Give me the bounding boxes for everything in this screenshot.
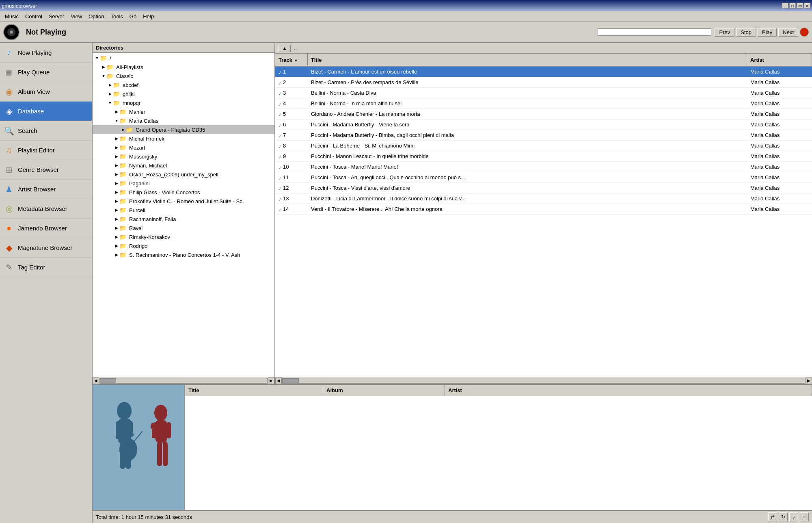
menu-item-control[interactable]: Control bbox=[22, 13, 45, 20]
track-number-cell: ♪8 bbox=[275, 143, 308, 149]
track-list[interactable]: ♪1Bizet - Carmen - L'amour est un oiseu … bbox=[275, 67, 812, 377]
status-icon-2[interactable]: ↻ bbox=[779, 512, 788, 521]
artist-column-header[interactable]: Artist bbox=[747, 54, 812, 66]
menu-item-server[interactable]: Server bbox=[45, 13, 67, 20]
directory-item[interactable]: ▶📁Oskar_Rózsa_(2009)-under_my_spell bbox=[93, 170, 274, 179]
track-row[interactable]: ♪1Bizet - Carmen - L'amour est un oiseu … bbox=[275, 67, 812, 77]
folder-icon: 📁 bbox=[119, 153, 127, 160]
status-icon-1[interactable]: ⇄ bbox=[768, 512, 777, 521]
directory-item[interactable]: ▶📁Philip Glass - Violin Concertos bbox=[93, 188, 274, 197]
track-row[interactable]: ♪6Puccini - Madama Butterfly - Viene la … bbox=[275, 119, 812, 130]
titlebar-restore-button[interactable]: □ bbox=[789, 3, 796, 9]
track-row[interactable]: ♪14Verdi - Il Trovatore - Miserere... Ah… bbox=[275, 204, 812, 215]
expand-arrow-icon: ▶ bbox=[101, 65, 106, 69]
track-horizontal-scrollbar[interactable]: ◀ ▶ bbox=[275, 377, 812, 384]
track-row[interactable]: ♪4Bellini - Norma - In mia man alfin tu … bbox=[275, 98, 812, 109]
sidebar-item-jamendo-browser[interactable]: ●Jamendo Browser bbox=[0, 219, 92, 238]
menu-item-go[interactable]: Go bbox=[126, 13, 140, 20]
track-row[interactable]: ♪3Bellini - Norma - Casta DivaMaria Call… bbox=[275, 88, 812, 98]
bottom-album-column[interactable]: Album bbox=[323, 385, 445, 396]
up-directory-button[interactable]: ▲ bbox=[279, 45, 291, 52]
directory-item[interactable]: ▶📁Michal Hromek bbox=[93, 134, 274, 143]
directory-scroll[interactable]: ▼📁/▶📁All-Playlists▼📁Classic▶📁abcdef▶📁ghi… bbox=[93, 53, 274, 377]
titlebar-maximize-button[interactable]: ▭ bbox=[797, 3, 803, 9]
sidebar-item-artist-browser[interactable]: ♟Artist Browser bbox=[0, 180, 92, 199]
menu-item-tools[interactable]: Tools bbox=[107, 13, 126, 20]
track-row[interactable]: ♪11Puccini - Tosca - Ah, quegli occi...Q… bbox=[275, 172, 812, 183]
stop-icon[interactable] bbox=[800, 28, 809, 37]
directory-item[interactable]: ▶📁Mahler bbox=[93, 107, 274, 116]
title-column-header[interactable]: Title bbox=[308, 54, 747, 66]
status-icon-4[interactable]: ≡ bbox=[800, 512, 809, 521]
svg-rect-16 bbox=[166, 422, 171, 438]
directory-item[interactable]: ▶📁ghijkl bbox=[93, 89, 274, 98]
track-row[interactable]: ♪8Puccini - La Bohème - Si. Mi chiamono … bbox=[275, 141, 812, 151]
titlebar-close-button[interactable]: ✕ bbox=[804, 3, 810, 9]
directory-item[interactable]: ▶📁Mozart bbox=[93, 143, 274, 152]
menu-item-help[interactable]: Help bbox=[140, 13, 157, 20]
directory-item[interactable]: ▶📁Rachmaninoff, Falla bbox=[93, 215, 274, 224]
sidebar-item-search[interactable]: 🔍Search bbox=[0, 121, 92, 141]
track-column-header[interactable]: Track ▲ bbox=[275, 54, 308, 66]
sidebar-item-play-queue[interactable]: ▦Play Queue bbox=[0, 63, 92, 82]
menu-item-view[interactable]: View bbox=[67, 13, 85, 20]
horizontal-scrollbar[interactable]: ◀ ▶ bbox=[93, 377, 274, 384]
directory-item[interactable]: ▼📁/ bbox=[93, 54, 274, 63]
horizontal-scroll-thumb[interactable] bbox=[100, 378, 116, 383]
menu-item-option[interactable]: Option bbox=[85, 13, 107, 20]
scroll-left-button[interactable]: ◀ bbox=[93, 378, 99, 384]
directory-item[interactable]: ▶📁Rodrigo bbox=[93, 241, 274, 250]
bottom-artist-column[interactable]: Artist bbox=[445, 385, 812, 396]
scroll-right-button[interactable]: ▶ bbox=[268, 378, 274, 384]
folder-icon: 📁 bbox=[126, 126, 134, 133]
next-button[interactable]: Next bbox=[778, 28, 798, 37]
progress-bar[interactable] bbox=[598, 28, 711, 36]
status-icon-3[interactable]: ♪ bbox=[789, 512, 798, 521]
sidebar-item-genre-browser[interactable]: ⊞Genre Browser bbox=[0, 160, 92, 180]
directory-item[interactable]: ▶📁Paganini bbox=[93, 179, 274, 188]
track-row[interactable]: ♪9Pucchini - Manon Lescaut - In quelle t… bbox=[275, 151, 812, 162]
directory-item[interactable]: ▶📁Prokofiev Violin C. - Romeo and Juliet… bbox=[93, 197, 274, 206]
horizontal-scroll-track[interactable] bbox=[99, 378, 268, 384]
folder-icon: 📁 bbox=[119, 109, 127, 115]
sidebar-item-magnatune-browser[interactable]: ◆Magnatune Browser bbox=[0, 238, 92, 258]
track-row[interactable]: ♪2Bizet - Carmen - Près des remparts de … bbox=[275, 77, 812, 88]
directory-item[interactable]: ▶📁S. Rachmaninov - Piano Concertos 1-4 -… bbox=[93, 250, 274, 259]
prev-button[interactable]: Prev bbox=[715, 28, 734, 37]
sidebar-item-database[interactable]: ◈Database bbox=[0, 102, 92, 121]
play-button[interactable]: Play bbox=[758, 28, 777, 37]
directory-item[interactable]: ▶📁Purcell bbox=[93, 206, 274, 215]
directory-item[interactable]: ▶📁Ravel bbox=[93, 224, 274, 232]
directory-item[interactable]: ▶📁abcdef bbox=[93, 80, 274, 89]
sidebar-item-metadata-browser[interactable]: ◎Metadata Browser bbox=[0, 199, 92, 219]
directory-item[interactable]: ▶📁Grand Opera - Plagiato CD35 bbox=[93, 125, 274, 134]
track-scroll-right[interactable]: ▶ bbox=[806, 378, 812, 384]
track-row[interactable]: ♪5Giordano - Andrea Chenier - La mamma m… bbox=[275, 109, 812, 119]
directory-item[interactable]: ▶📁Rimsky-Korsakov bbox=[93, 232, 274, 241]
folder-icon: 📁 bbox=[119, 144, 127, 151]
track-scroll-thumb[interactable] bbox=[283, 378, 299, 383]
directory-item[interactable]: ▼📁mnopqr bbox=[93, 98, 274, 107]
track-row[interactable]: ♪12Puccini - Tosca - Vissi d'arte, vissi… bbox=[275, 183, 812, 193]
stop-button[interactable]: Stop bbox=[736, 28, 756, 37]
menu-item-music[interactable]: Music bbox=[2, 13, 22, 20]
bottom-title-column[interactable]: Title bbox=[185, 385, 323, 396]
titlebar-minimize-button[interactable]: _ bbox=[782, 3, 788, 9]
track-row[interactable]: ♪10Puccini - Tosca - Mario! Mario! Mario… bbox=[275, 162, 812, 172]
status-bar: Total time: 1 hour 15 minutes 31 seconds… bbox=[93, 510, 812, 523]
directory-item[interactable]: ▶📁All-Playlists bbox=[93, 63, 274, 72]
track-row[interactable]: ♪7Puccini - Madama Butterfly - Bimba, da… bbox=[275, 130, 812, 141]
sidebar-item-now-playing[interactable]: ♪Now Playing bbox=[0, 43, 92, 63]
folder-icon: 📁 bbox=[119, 135, 127, 142]
directory-item[interactable]: ▶📁Nyman, Michael bbox=[93, 161, 274, 170]
directory-item[interactable]: ▶📁Mussorgsky bbox=[93, 152, 274, 161]
directory-item[interactable]: ▼📁Classic bbox=[93, 72, 274, 80]
sidebar-item-album-view[interactable]: ◉Album View bbox=[0, 82, 92, 102]
track-scroll-track[interactable] bbox=[282, 378, 805, 384]
sidebar-item-tag-editor[interactable]: ✎Tag Editor bbox=[0, 258, 92, 277]
directory-item[interactable]: ▼📁Maria Callas bbox=[93, 116, 274, 125]
track-row[interactable]: ♪13Donizetti - Licia di Lammermoor - Il … bbox=[275, 193, 812, 204]
track-scroll-left[interactable]: ◀ bbox=[275, 378, 282, 384]
sidebar-item-playlist-editor[interactable]: ♫Playlist Editor bbox=[0, 141, 92, 160]
track-artist-cell: Maria Callas bbox=[747, 132, 812, 138]
